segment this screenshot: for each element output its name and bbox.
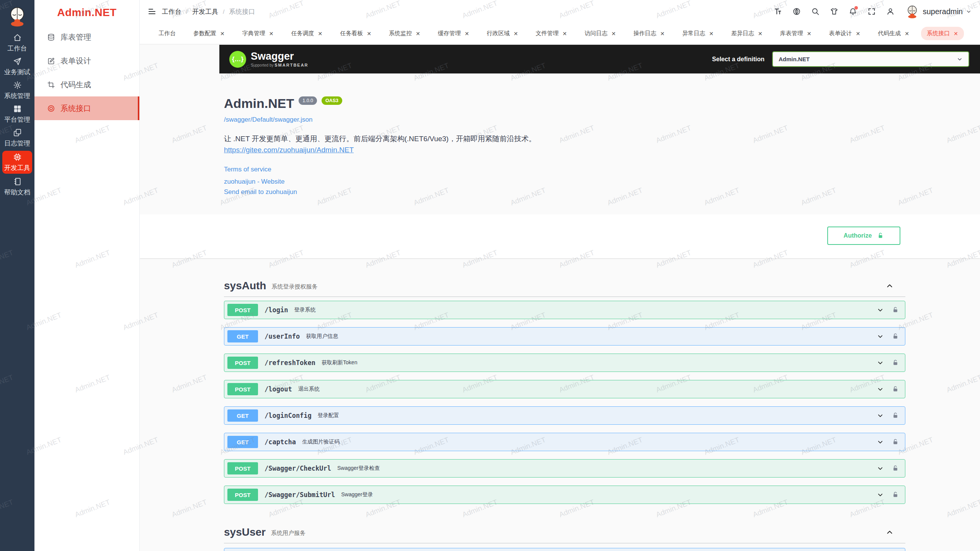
endpoint-summary: 登录系统	[294, 306, 315, 313]
section-header[interactable]: sysUser 系统用户服务	[224, 521, 905, 543]
expand-endpoint-icon[interactable]	[877, 359, 884, 367]
lock-icon[interactable]	[892, 465, 899, 472]
close-tab-icon[interactable]: ✕	[905, 31, 909, 36]
collapse-section-icon[interactable]	[885, 282, 894, 290]
endpoint-row-/refreshToken[interactable]: POST/refreshToken获取刷新Token	[224, 354, 905, 372]
section-header[interactable]: sysAuth 系统登录授权服务	[224, 275, 905, 297]
endpoint-row-/loginConfig[interactable]: GET/loginConfig登录配置	[224, 406, 905, 425]
language-icon[interactable]	[792, 7, 801, 16]
fullscreen-icon[interactable]	[867, 7, 876, 16]
tab-异常日志[interactable]: 异常日志✕	[676, 27, 719, 40]
tab-任务看板[interactable]: 任务看板✕	[334, 27, 377, 40]
close-tab-icon[interactable]: ✕	[269, 31, 274, 36]
tab-代码生成[interactable]: 代码生成✕	[872, 27, 915, 40]
endpoint-row[interactable]	[224, 548, 905, 551]
lock-icon[interactable]	[892, 412, 899, 419]
endpoint-row-/logout[interactable]: POST/logout退出系统	[224, 380, 905, 398]
close-tab-icon[interactable]: ✕	[660, 31, 665, 36]
close-tab-icon[interactable]: ✕	[513, 31, 518, 36]
rail-item-copy[interactable]: 日志管理	[0, 126, 34, 150]
app-logo-monk[interactable]	[6, 5, 28, 27]
close-tab-icon[interactable]: ✕	[611, 31, 616, 36]
tab-行政区域[interactable]: 行政区域✕	[481, 27, 524, 40]
lock-icon[interactable]	[892, 333, 899, 340]
close-tab-icon[interactable]: ✕	[758, 31, 763, 36]
rail-item-grid[interactable]: 平台管理	[0, 102, 34, 126]
close-tab-icon[interactable]: ✕	[954, 31, 958, 36]
definition-select[interactable]: Admin.NET	[772, 51, 969, 67]
endpoint-row-/Swagger/SubmitUrl[interactable]: POST/Swagger/SubmitUrlSwagger登录	[224, 486, 905, 504]
rail-item-home[interactable]: 工作台	[0, 31, 34, 55]
search-icon[interactable]	[811, 7, 820, 16]
tab-操作日志[interactable]: 操作日志✕	[628, 27, 671, 40]
expand-endpoint-icon[interactable]	[877, 491, 884, 499]
tab-字典管理[interactable]: 字典管理✕	[237, 27, 279, 40]
rail-item-label: 日志管理	[4, 139, 30, 148]
endpoint-row-/captcha[interactable]: GET/captcha生成图片验证码	[224, 433, 905, 451]
collapse-menu-icon[interactable]	[147, 7, 157, 16]
tab-参数配置[interactable]: 参数配置✕	[188, 27, 230, 40]
rail-item-book[interactable]: 帮助文档	[0, 175, 34, 199]
contact-email-link[interactable]: Send email to zuohuaijun	[224, 188, 297, 196]
lock-icon[interactable]	[892, 386, 899, 393]
theme-skin-icon[interactable]	[830, 7, 838, 16]
expand-endpoint-icon[interactable]	[877, 465, 884, 472]
rail-item-send[interactable]: 业务测试	[0, 55, 34, 78]
close-tab-icon[interactable]: ✕	[562, 31, 567, 36]
rail-item-cpu[interactable]: 开发工具	[2, 151, 32, 174]
lock-icon[interactable]	[892, 306, 899, 313]
expand-endpoint-icon[interactable]	[877, 306, 884, 314]
expand-endpoint-icon[interactable]	[877, 386, 884, 393]
user-profile-icon[interactable]	[886, 7, 895, 16]
tab-文件管理[interactable]: 文件管理✕	[530, 27, 573, 40]
spec-url-link[interactable]: /swagger/Default/swagger.json	[224, 116, 313, 124]
repo-link[interactable]: https://gitee.com/zuohuaijun/Admin.NET	[224, 146, 354, 154]
notifications-bell-icon[interactable]	[849, 7, 857, 16]
endpoint-row-/userInfo[interactable]: GET/userInfo获取用户信息	[224, 327, 905, 346]
close-tab-icon[interactable]: ✕	[465, 31, 469, 36]
app-logo-text[interactable]: Admin.NET	[34, 0, 139, 25]
sidebar-item-code[interactable]: 代码生成	[34, 73, 139, 96]
lock-icon[interactable]	[892, 359, 899, 366]
expand-endpoint-icon[interactable]	[877, 439, 884, 446]
rail-item-gear[interactable]: 系统管理	[0, 78, 34, 102]
close-tab-icon[interactable]: ✕	[416, 31, 420, 36]
avatar	[905, 4, 920, 19]
endpoint-row-/login[interactable]: POST/login登录系统	[224, 301, 905, 319]
expand-endpoint-icon[interactable]	[877, 333, 884, 340]
close-tab-icon[interactable]: ✕	[367, 31, 371, 36]
close-tab-icon[interactable]: ✕	[318, 31, 322, 36]
tab-系统接口[interactable]: 系统接口✕	[921, 27, 964, 40]
collapse-section-icon[interactable]	[885, 528, 894, 536]
close-tab-icon[interactable]: ✕	[709, 31, 714, 36]
swagger-brand[interactable]: {…} Swagger Supported by SMARTBEAR	[229, 51, 309, 68]
close-tab-icon[interactable]: ✕	[856, 31, 861, 36]
tab-差异日志[interactable]: 差异日志✕	[725, 27, 768, 40]
user-menu[interactable]: superadmin	[905, 4, 972, 19]
tab-label: 工作台	[158, 30, 176, 37]
sidebar-item-api[interactable]: 系统接口	[34, 96, 139, 120]
tab-工作台[interactable]: 工作台	[153, 27, 181, 40]
tab-系统监控[interactable]: 系统监控✕	[383, 27, 426, 40]
terms-of-service-link[interactable]: Terms of service	[224, 166, 271, 173]
endpoint-row-/Swagger/CheckUrl[interactable]: POST/Swagger/CheckUrlSwagger登录检查	[224, 459, 905, 478]
tab-库表管理[interactable]: 库表管理✕	[774, 27, 817, 40]
authorize-button[interactable]: Authorize	[827, 227, 900, 245]
tab-label: 库表管理	[780, 30, 803, 37]
lock-icon[interactable]	[892, 491, 899, 498]
tab-缓存管理[interactable]: 缓存管理✕	[432, 27, 475, 40]
sidebar-item-database[interactable]: 库表管理	[34, 25, 139, 49]
expand-endpoint-icon[interactable]	[877, 412, 884, 419]
close-tab-icon[interactable]: ✕	[807, 31, 812, 36]
contact-website-link[interactable]: zuohuaijun - Website	[224, 178, 284, 186]
lock-icon[interactable]	[892, 439, 899, 445]
close-tab-icon[interactable]: ✕	[220, 31, 225, 36]
font-size-icon[interactable]	[774, 7, 782, 16]
endpoint-summary: Swagger登录检查	[337, 465, 380, 472]
sidebar-item-form[interactable]: 表单设计	[34, 49, 139, 73]
breadcrumb-item[interactable]: 工作台	[162, 7, 181, 16]
tab-任务调度[interactable]: 任务调度✕	[285, 27, 328, 40]
tab-访问日志[interactable]: 访问日志✕	[579, 27, 622, 40]
tab-表单设计[interactable]: 表单设计✕	[823, 27, 866, 40]
breadcrumb-item[interactable]: 开发工具	[192, 7, 218, 16]
